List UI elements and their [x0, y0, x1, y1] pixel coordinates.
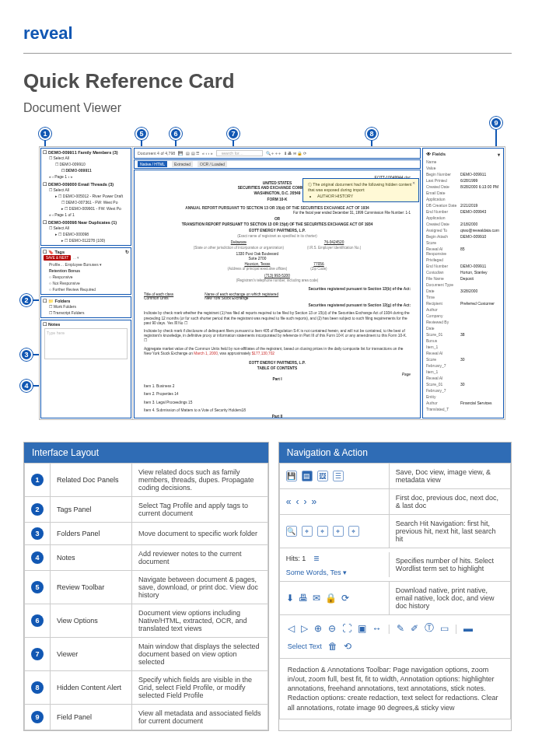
page-nav-icon[interactable]: ▷	[301, 623, 308, 634]
tag-option[interactable]: ○ Further Review Required	[43, 286, 129, 292]
select-all-2[interactable]: Select All	[53, 187, 69, 192]
save-next-button[interactable]: SAVE & NEXT	[44, 255, 71, 261]
list-icon[interactable]: ≡	[313, 553, 319, 564]
pager[interactable]: « ‹ Page 1 › »	[43, 173, 129, 180]
email-item[interactable]: DEMO-007361 - FW: West Po	[65, 200, 117, 205]
save-icon[interactable]: 💾	[178, 151, 183, 156]
doc-search-input[interactable]: search for…	[216, 150, 263, 156]
field-key: Application	[426, 215, 460, 220]
last-doc-icon[interactable]: »	[312, 496, 317, 507]
layout-num: 2	[31, 503, 44, 516]
zoom-full-icon[interactable]: ⛶	[342, 623, 351, 634]
search-hit-icons[interactable]: 🔍 ⌖ ⌖ ⌖	[266, 151, 281, 156]
field-key: Date	[426, 289, 460, 293]
folder-item[interactable]: ☐ Transcript Folders	[43, 310, 129, 316]
tag-option[interactable]: ○ Responsive	[43, 274, 129, 280]
fit-width-icon[interactable]: ↔	[372, 623, 382, 634]
field-value	[460, 351, 500, 355]
document-viewer[interactable]: EOTT-10049944.doc UNITED STATES SECURITI…	[134, 170, 421, 418]
footer-decoration	[0, 745, 535, 756]
hidden-content-alert: ✕ ⓘ The original document had the follow…	[302, 178, 419, 202]
layout-desc: View all metadata and associated fields …	[132, 705, 268, 730]
doc-item-selected[interactable]: DEMO-009911	[65, 168, 91, 173]
field-key: Assigned To	[426, 228, 460, 233]
last-hit-icon[interactable]: ⌖	[348, 526, 359, 537]
tool-icons[interactable]: ⬇ 🖶 ✉ 🔒 ⟳	[284, 151, 306, 156]
field-value	[460, 376, 500, 380]
text-annot-icon[interactable]: Ⓣ	[425, 621, 434, 635]
best-fit-icon[interactable]: ▣	[358, 623, 366, 634]
tab-native[interactable]: Native / HTML	[138, 161, 167, 167]
prev-doc-icon[interactable]: ‹	[296, 496, 299, 507]
tag-profile[interactable]: Profile… Employee Bonuses ▾	[43, 261, 129, 268]
field-key: Recipient	[426, 301, 460, 306]
review-toolbar[interactable]: Document 4 of 4,798 💾 ▤ ▤ ☰ « ‹ › » sear…	[134, 148, 421, 159]
rotate-icon[interactable]: ⟲	[344, 641, 351, 652]
notes-textarea[interactable]: Type here	[44, 328, 128, 359]
zoom-in-icon[interactable]: ⊕	[314, 623, 322, 634]
v-sec12b: Securities registered pursuant to Sectio…	[144, 287, 411, 292]
next-hit-icon[interactable]: ⌖	[333, 526, 344, 537]
layout-label: Hidden Content Alert	[51, 671, 132, 705]
v-state-label: (State or other jurisdiction of incorpor…	[194, 246, 284, 250]
save-icon[interactable]: 💾	[286, 471, 297, 481]
pager-2[interactable]: « ‹ Page 1 of 1	[43, 212, 129, 218]
v-line3: TRANSITION REPORT PURSUANT TO SECTION 13…	[144, 222, 411, 227]
doc-item[interactable]: DEMO-009910	[59, 162, 85, 166]
redaction-toolbar-note: Redaction & Annotations Toolbar: Page na…	[279, 659, 511, 719]
sticky-note-icon[interactable]: ▭	[440, 623, 449, 634]
nav-row-actions: ⬇ 🖶 ✉ 🔒 ⟳ Download native, print native,…	[279, 582, 511, 615]
tab-extracted[interactable]: Extracted	[172, 161, 193, 167]
zoom-out-icon[interactable]: ⊖	[328, 623, 336, 634]
download-icon[interactable]: ⬇	[286, 593, 294, 604]
layout-num: 9	[31, 711, 44, 723]
app-screenshot: 1 5 6 7 8 9 2 3 4 ☐ DEMO-009911 Family M…	[23, 131, 512, 426]
next-doc-icon[interactable]: ›	[304, 496, 307, 507]
folder-item[interactable]: ☐ Work Folders	[43, 303, 129, 310]
email-icon[interactable]: ✉	[313, 593, 320, 604]
email-item[interactable]: DEMO-005012 - River Power Draft	[63, 194, 123, 198]
select-text-button[interactable]: Select Text	[288, 642, 322, 650]
metadata-view-icon[interactable]: ☰	[333, 471, 344, 481]
view-options-toolbar[interactable]: Native / HTML Extracted OCR / Loaded	[134, 159, 421, 169]
field-value	[460, 295, 500, 299]
clear-icon[interactable]: 🗑	[328, 641, 337, 652]
toc-item: Item 3. Legal Proceedings 15	[144, 401, 411, 405]
tag-option[interactable]: ○ Not Responsive	[43, 280, 129, 286]
first-doc-icon[interactable]: «	[286, 496, 292, 507]
callout-6: 6	[170, 128, 182, 140]
history-icon[interactable]: ⟳	[341, 593, 349, 604]
panel3-title: DEMO-000098 Near Duplicates (1)	[48, 220, 117, 225]
v-ein-label: (I.R.S. Employer Identification No.)	[307, 246, 361, 250]
pagination-icons[interactable]: « ‹ › »	[202, 151, 213, 156]
search-icon[interactable]: 🔍	[286, 526, 297, 537]
field-value	[460, 320, 500, 324]
close-icon[interactable]: ✕	[412, 180, 415, 185]
field-value	[460, 345, 500, 349]
dup-item[interactable]: DEMO-000098	[63, 232, 89, 236]
select-all-3[interactable]: Select All	[53, 226, 69, 230]
field-key: Item_1	[426, 345, 460, 349]
redaction-icon[interactable]: ▬	[463, 623, 473, 634]
field-value	[460, 257, 500, 262]
doc-view-icons[interactable]: ▤ ▤ ☰	[186, 151, 199, 156]
callout-9: 9	[490, 117, 502, 129]
v-sec12g: Securities registered pursuant to Sectio…	[144, 303, 411, 308]
highlighter-icon[interactable]: ✎	[397, 623, 404, 634]
doc-view-icon[interactable]: ▤	[302, 471, 313, 481]
tab-ocr[interactable]: OCR / Loaded	[198, 161, 227, 167]
image-view-icon[interactable]: 🖼	[317, 471, 328, 481]
first-hit-icon[interactable]: ⌖	[302, 526, 313, 537]
freehand-icon[interactable]: ✐	[411, 623, 418, 634]
select-all[interactable]: Select All	[53, 156, 69, 160]
print-icon[interactable]: 🖶	[299, 593, 308, 604]
lock-icon[interactable]: 🔒	[325, 593, 337, 604]
dup-item[interactable]: DEMO-012278 (100)	[69, 238, 105, 243]
page-nav-icon[interactable]: ◁	[288, 623, 295, 634]
field-key: End Number	[426, 209, 460, 214]
redaction-toolbar-icons[interactable]: ◁ ▷ ⊕ ⊖ ⛶ ▣ ↔ | ✎ ✐ Ⓣ ▭ | ▬ Select Text …	[279, 615, 511, 659]
alert-msg: The original document had the following …	[308, 182, 412, 192]
wordlist-select[interactable]: Some Words, Tes ▾	[286, 569, 347, 576]
prev-hit-icon[interactable]: ⌖	[317, 526, 328, 537]
email-item[interactable]: DEMO-009901 - FW: West Po	[69, 206, 121, 211]
